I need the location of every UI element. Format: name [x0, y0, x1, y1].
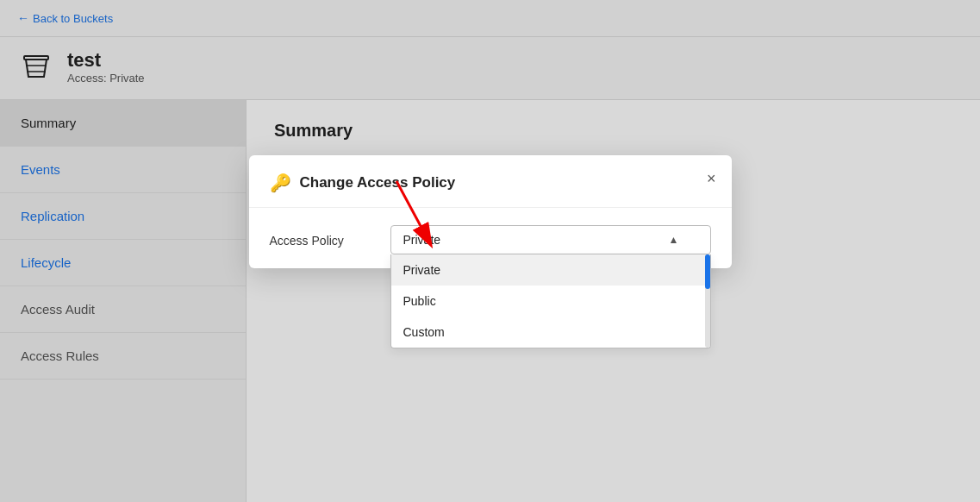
- dropdown-option-custom[interactable]: Custom: [391, 317, 710, 348]
- access-policy-select-wrapper: Private ▲ Private Public Custom: [390, 225, 711, 254]
- modal-header: 🔑 Change Access Policy ×: [249, 155, 732, 208]
- dropdown-option-public[interactable]: Public: [391, 286, 710, 317]
- change-access-policy-modal: 🔑 Change Access Policy × Access Policy P…: [249, 155, 732, 268]
- access-policy-dropdown: Private Public Custom: [390, 254, 711, 348]
- modal-close-button[interactable]: ×: [707, 171, 716, 186]
- access-policy-field-row: Access Policy Private ▲ Private Public: [270, 225, 711, 254]
- dropdown-option-private[interactable]: Private: [391, 254, 710, 286]
- scrollbar-thumb: [705, 254, 710, 289]
- key-icon: 🔑: [270, 173, 291, 193]
- modal-body: Access Policy Private ▲ Private Public: [249, 208, 732, 254]
- access-policy-select[interactable]: Private ▲: [390, 225, 711, 254]
- modal-overlay: 🔑 Change Access Policy × Access Policy P…: [0, 0, 980, 502]
- chevron-up-icon: ▲: [669, 234, 679, 246]
- dropdown-scrollbar[interactable]: [705, 254, 710, 348]
- access-policy-field-label: Access Policy: [270, 225, 373, 248]
- modal-title: Change Access Policy: [300, 174, 456, 191]
- select-value: Private: [403, 233, 441, 247]
